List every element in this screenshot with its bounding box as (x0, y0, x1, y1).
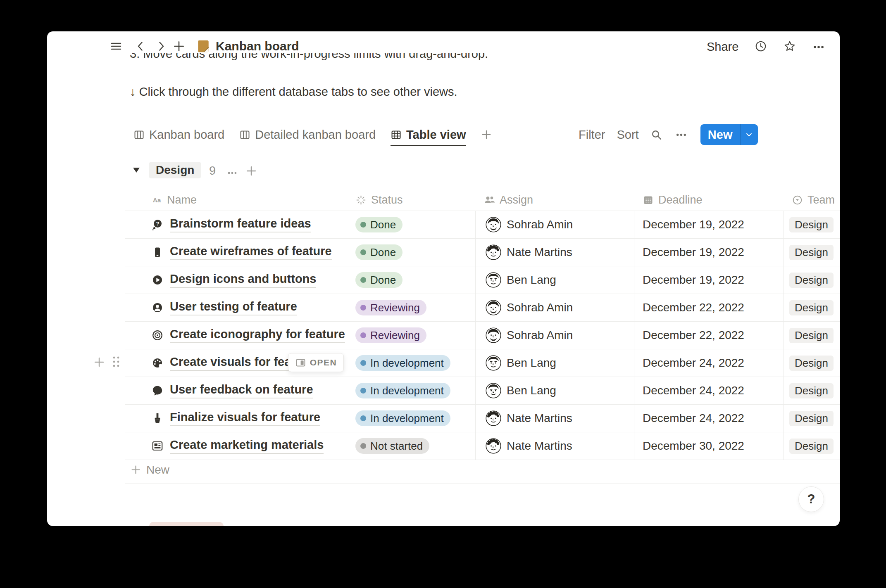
new-tab-icon[interactable] (173, 40, 185, 52)
column-header-team[interactable]: Team (784, 194, 840, 206)
cell-status[interactable]: In development (347, 377, 476, 404)
history-clock-icon[interactable] (755, 40, 767, 52)
cell-assign[interactable]: Ben Lang (476, 377, 634, 404)
status-label: Done (370, 274, 396, 287)
cell-deadline[interactable]: December 24, 2022 (634, 405, 784, 432)
column-header-assign[interactable]: Assign (476, 194, 634, 206)
cell-assign[interactable]: Nate Martins (476, 405, 634, 432)
column-header-name[interactable]: Name (125, 194, 347, 206)
status-badge[interactable]: Reviewing (355, 327, 426, 343)
cell-assign[interactable]: Sohrab Amin (476, 211, 634, 238)
view-tab-detailed-kanban-board[interactable]: Detailed kanban board (239, 123, 376, 146)
cell-assign[interactable]: Sohrab Amin (476, 322, 634, 349)
avatar (486, 272, 501, 288)
task-title[interactable]: Create iconography for feature (170, 327, 345, 343)
cell-assign[interactable]: Ben Lang (476, 266, 634, 294)
view-tabs: Kanban boardDetailed kanban boardTable v… (133, 123, 492, 146)
cell-status[interactable]: Reviewing (347, 294, 476, 321)
cell-team[interactable]: Design (784, 322, 840, 349)
people-icon (484, 194, 495, 206)
column-header-status[interactable]: Status (347, 194, 476, 206)
chevron-down-icon (745, 131, 753, 139)
forward-icon[interactable] (155, 40, 167, 52)
task-title[interactable]: User feedback on feature (170, 383, 313, 398)
cell-assign[interactable]: Sohrab Amin (476, 294, 634, 321)
cell-deadline[interactable]: December 22, 2022 (634, 294, 784, 321)
status-badge[interactable]: In development (355, 355, 450, 371)
status-badge[interactable]: Reviewing (355, 300, 426, 315)
cell-name[interactable]: Brainstorm feature ideas (125, 211, 347, 238)
new-dropdown-button[interactable] (740, 124, 758, 145)
cell-deadline[interactable]: December 22, 2022 (634, 322, 784, 349)
help-button[interactable]: ? (798, 486, 824, 512)
row-insert-plus-icon[interactable] (93, 356, 105, 368)
deadline-date: December 24, 2022 (643, 356, 744, 370)
cell-name[interactable]: Create iconography for feature (125, 322, 347, 349)
task-title[interactable]: Brainstorm feature ideas (170, 217, 311, 232)
cell-name[interactable]: Create wireframes of feature (125, 239, 347, 266)
cell-status[interactable]: In development (347, 405, 476, 432)
task-title[interactable]: Create wireframes of feature (170, 244, 332, 260)
view-tab-kanban-board[interactable]: Kanban board (133, 123, 224, 146)
group-add-icon[interactable] (245, 165, 257, 177)
status-badge[interactable]: Not started (355, 438, 429, 454)
traffic-zoom-button[interactable] (90, 42, 99, 51)
traffic-minimize-button[interactable] (73, 42, 82, 51)
status-badge[interactable]: Done (355, 217, 403, 232)
traffic-close-button[interactable] (56, 42, 65, 51)
cell-name[interactable]: Finalize visuals for feature (125, 405, 347, 432)
cell-name[interactable]: User testing of feature (125, 294, 347, 321)
cell-name[interactable]: User feedback on feature (125, 377, 347, 404)
new-button[interactable]: New (700, 124, 758, 145)
search-icon[interactable] (650, 129, 662, 141)
cell-status[interactable]: In development (347, 349, 476, 377)
group-collapse-icon[interactable] (132, 166, 141, 174)
cell-team[interactable]: Design (784, 266, 840, 294)
view-tab-table-view[interactable]: Table view (391, 123, 466, 146)
cell-status[interactable]: Done (347, 211, 476, 238)
new-button-label[interactable]: New (700, 124, 740, 145)
cell-status[interactable]: Done (347, 266, 476, 294)
cell-assign[interactable]: Ben Lang (476, 349, 634, 377)
view-more-icon[interactable] (675, 129, 687, 141)
status-badge[interactable]: In development (355, 383, 450, 398)
cell-deadline[interactable]: December 24, 2022 (634, 349, 784, 377)
group-more-icon[interactable] (227, 168, 238, 178)
open-button[interactable]: OPEN (288, 353, 344, 372)
group-name-pill[interactable]: Design (149, 162, 201, 178)
status-badge[interactable]: Done (355, 272, 403, 288)
filter-button[interactable]: Filter (579, 128, 605, 142)
status-badge[interactable]: Done (355, 244, 403, 260)
table-row: User testing of featureReviewingSohrab A… (125, 294, 840, 322)
board-view-icon (239, 129, 250, 140)
cell-team[interactable]: Design (784, 405, 840, 432)
task-title[interactable]: Design icons and buttons (170, 272, 316, 288)
cell-status[interactable]: Done (347, 239, 476, 266)
task-title[interactable]: User testing of feature (170, 300, 297, 315)
sort-button[interactable]: Sort (617, 128, 638, 142)
share-button[interactable]: Share (707, 40, 738, 54)
status-badge[interactable]: In development (355, 410, 450, 426)
menu-icon[interactable] (110, 40, 122, 52)
cell-deadline[interactable]: December 19, 2022 (634, 239, 784, 266)
cell-team[interactable]: Design (784, 349, 840, 377)
cell-deadline[interactable]: December 19, 2022 (634, 266, 784, 294)
task-title[interactable]: Create marketing materials (170, 438, 324, 454)
add-view-button[interactable] (481, 123, 492, 146)
favorite-star-icon[interactable] (784, 40, 796, 52)
back-icon[interactable] (135, 40, 146, 52)
column-header-deadline[interactable]: Deadline (634, 194, 784, 206)
task-title[interactable]: Finalize visuals for feature (170, 410, 320, 426)
row-drag-handle-icon[interactable] (110, 355, 122, 368)
cell-deadline[interactable]: December 24, 2022 (634, 377, 784, 404)
cell-team[interactable]: Design (784, 239, 840, 266)
cell-assign[interactable]: Nate Martins (476, 239, 634, 266)
new-row-button[interactable]: New (125, 456, 840, 484)
cell-deadline[interactable]: December 19, 2022 (634, 211, 784, 238)
more-options-icon[interactable] (812, 41, 825, 53)
cell-team[interactable]: Design (784, 377, 840, 404)
cell-status[interactable]: Reviewing (347, 322, 476, 349)
cell-team[interactable]: Design (784, 294, 840, 321)
cell-name[interactable]: Design icons and buttons (125, 266, 347, 294)
cell-team[interactable]: Design (784, 211, 840, 238)
